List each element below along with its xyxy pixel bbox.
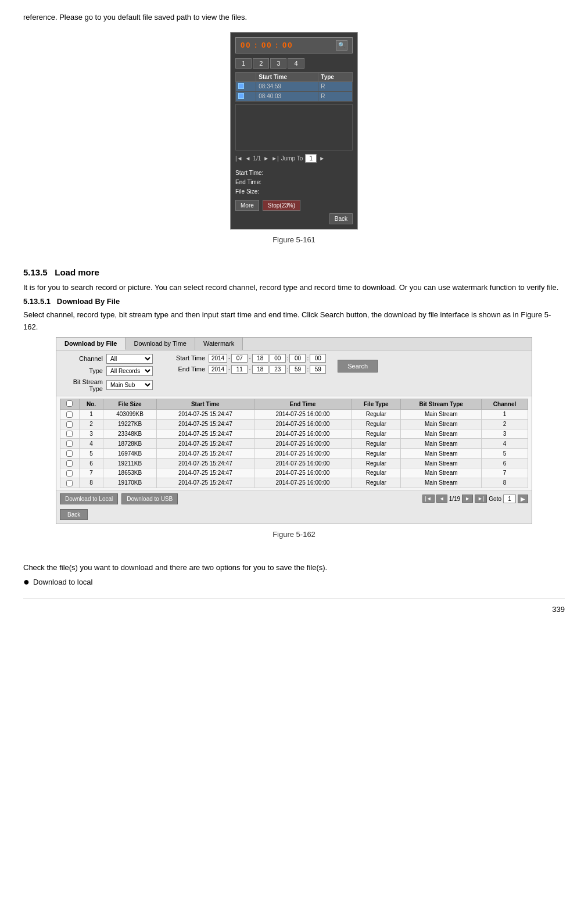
form-right: Search <box>338 354 378 373</box>
dl-page-info: 1/19 <box>449 496 460 502</box>
dvr-table: Start Time Type 08:34:59 R 08:40:03 R <box>235 72 353 102</box>
table-row: 4 18728KB 2014-07-25 15:24:47 2014-07-25… <box>60 439 528 449</box>
dl-next-btn[interactable]: ► <box>462 495 473 503</box>
dvr-stop-btn[interactable]: Stop(23%) <box>263 200 300 211</box>
start-day[interactable] <box>252 354 268 363</box>
download-to-local-btn[interactable]: Download to Local <box>60 493 118 504</box>
row-end: 2014-07-25 16:00:00 <box>254 478 352 488</box>
end-month[interactable] <box>231 365 248 374</box>
row-checkbox[interactable] <box>60 419 80 429</box>
type-select[interactable]: All Records <box>106 366 153 376</box>
dvr-ui: 00 : 00 : 00 🔍 1 2 3 4 Start Time Type <box>230 32 358 230</box>
bitstream-select[interactable]: Main Sub <box>106 380 153 390</box>
dvr-nav-last[interactable]: ►| <box>271 155 279 162</box>
form-bitstream-row: Bit Stream Type Main Sub <box>62 378 153 392</box>
row-bit: Main Stream <box>401 429 482 439</box>
tab-download-by-file[interactable]: Download by File <box>56 338 126 350</box>
dvr-channel-tabs: 1 2 3 4 <box>235 58 353 69</box>
end-day[interactable] <box>252 365 268 374</box>
dl-prev-btn[interactable]: ◄ <box>436 495 447 503</box>
row-checkbox[interactable] <box>60 409 80 419</box>
dl-goto-input[interactable] <box>503 495 516 503</box>
row-checkbox[interactable] <box>60 478 80 488</box>
row-checkbox[interactable] <box>60 439 80 449</box>
form-start-time-row: Start Time - - : : <box>164 354 326 363</box>
row-type: Regular <box>352 409 401 419</box>
dl-first-btn[interactable]: |◄ <box>422 495 435 503</box>
start-sec[interactable] <box>310 354 326 363</box>
tab-watermark[interactable]: Watermark <box>195 338 243 350</box>
row-end: 2014-07-25 16:00:00 <box>254 439 352 449</box>
start-min[interactable] <box>289 354 306 363</box>
dvr-back-btn[interactable]: Back <box>329 213 353 224</box>
type-label: Type <box>62 367 103 374</box>
dvr-nav-first[interactable]: |◄ <box>235 155 243 162</box>
col-end-time: End Time <box>254 399 352 409</box>
table-row: 2 19227KB 2014-07-25 15:24:47 2014-07-25… <box>60 419 528 429</box>
dl-back-btn[interactable]: Back <box>60 509 88 520</box>
intro-text: reference. Please go to you default file… <box>23 12 565 23</box>
download-to-usb-btn[interactable]: Download to USB <box>121 493 178 504</box>
dvr-jump-go[interactable]: ► <box>319 155 325 162</box>
row-type: Regular <box>352 478 401 488</box>
row-bit: Main Stream <box>401 468 482 478</box>
dl-back-row: Back <box>60 507 528 521</box>
row-size: 19170KB <box>103 478 157 488</box>
end-sec[interactable] <box>310 365 326 374</box>
dvr-channel-tab-3[interactable]: 3 <box>270 58 286 69</box>
row-type: Regular <box>352 449 401 459</box>
row-size: 23348KB <box>103 429 157 439</box>
row-type: Regular <box>352 419 401 429</box>
dvr-row-type: R <box>318 91 353 101</box>
end-year[interactable] <box>209 365 227 374</box>
end-min[interactable] <box>289 365 306 374</box>
dvr-search-icon[interactable]: 🔍 <box>336 40 347 51</box>
dl-goto-btn[interactable]: ▶ <box>518 495 528 503</box>
start-hour[interactable] <box>270 354 286 363</box>
row-size: 16974KB <box>103 449 157 459</box>
channel-select[interactable]: All <box>106 354 153 364</box>
dvr-more-btn[interactable]: More <box>235 200 259 211</box>
row-checkbox[interactable] <box>60 459 80 468</box>
dvr-channel-tab-1[interactable]: 1 <box>235 58 252 69</box>
dl-last-btn[interactable]: ►| <box>475 495 487 503</box>
row-start: 2014-07-25 15:24:47 <box>156 419 254 429</box>
row-no: 4 <box>79 439 103 449</box>
row-checkbox[interactable] <box>60 468 80 478</box>
select-all-checkbox[interactable] <box>66 400 73 407</box>
dvr-row-checkbox[interactable] <box>236 91 256 101</box>
dl-goto-label: Goto <box>489 496 501 502</box>
dvr-nav-prev[interactable]: ◄ <box>245 155 251 162</box>
bullet-dot: ● <box>23 576 30 587</box>
row-bit: Main Stream <box>401 409 482 419</box>
dvr-start-label: Start Time: <box>235 170 263 176</box>
table-row: 3 23348KB 2014-07-25 15:24:47 2014-07-25… <box>60 429 528 439</box>
section-title: Load more <box>55 267 99 277</box>
row-start: 2014-07-25 15:24:47 <box>156 478 254 488</box>
row-checkbox[interactable] <box>60 429 80 439</box>
dvr-table-row: 08:34:59 R <box>236 81 353 91</box>
form-middle: Start Time - - : : <box>164 354 326 374</box>
dvr-pagination: |◄ ◄ 1/1 ► ►| Jump To ► <box>235 153 353 164</box>
form-left: Channel All Type All Records Bit Stream … <box>62 354 153 392</box>
row-no: 5 <box>79 449 103 459</box>
row-bit: Main Stream <box>401 478 482 488</box>
dvr-nav-next[interactable]: ► <box>263 155 269 162</box>
end-hour[interactable] <box>270 365 286 374</box>
dvr-empty-rows <box>235 104 353 151</box>
dvr-jump-input[interactable] <box>305 154 317 163</box>
end-date-group: - - : : <box>209 365 326 374</box>
start-date-group: - - : : <box>209 354 326 363</box>
channel-label: Channel <box>62 355 103 362</box>
tab-download-by-time[interactable]: Download by Time <box>126 338 195 350</box>
start-month[interactable] <box>231 354 248 363</box>
table-row: 1 403099KB 2014-07-25 15:24:47 2014-07-2… <box>60 409 528 419</box>
dvr-table-row: 08:40:03 R <box>236 91 353 101</box>
dvr-channel-tab-2[interactable]: 2 <box>253 58 269 69</box>
start-year[interactable] <box>209 354 227 363</box>
search-button[interactable]: Search <box>338 360 378 373</box>
dvr-channel-tab-4[interactable]: 4 <box>288 58 304 69</box>
row-checkbox[interactable] <box>60 449 80 459</box>
section-heading: 5.13.5 Load more <box>23 267 565 277</box>
dvr-row-checkbox[interactable] <box>236 81 256 91</box>
